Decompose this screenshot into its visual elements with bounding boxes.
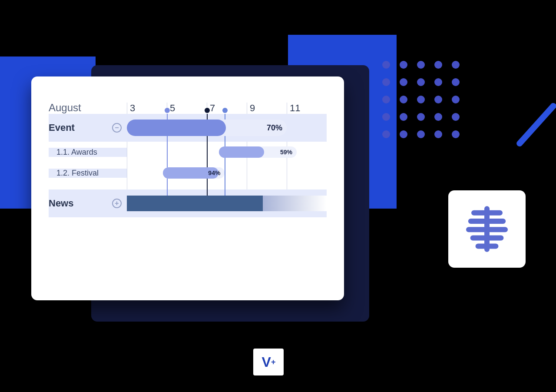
plus-icon: + [271, 358, 275, 367]
date-tick: 3 [127, 103, 167, 114]
vplus-text: V [262, 354, 271, 370]
svg-rect-4 [470, 235, 504, 240]
progress-label: 70% [267, 123, 282, 133]
date-tick: 5 [167, 103, 207, 114]
svg-rect-5 [476, 244, 499, 249]
spine-icon [461, 203, 513, 255]
progress-label: 94% [208, 169, 220, 176]
expand-icon[interactable]: + [112, 199, 122, 208]
gantt-body: Event − 70% 1.1. Awards [49, 114, 327, 217]
gantt-row-event[interactable]: Event − 70% [49, 114, 327, 142]
gantt-month-label: August [49, 102, 127, 114]
gantt-bar-news[interactable] [127, 196, 327, 211]
svg-rect-1 [471, 210, 503, 216]
decor-dot-grid [382, 61, 460, 138]
date-tick: 7 [207, 103, 247, 114]
gantt-bar-awards[interactable]: 59% [219, 146, 297, 158]
row-label: 1.2. Festival [56, 169, 99, 178]
progress-label: 59% [280, 149, 292, 156]
gantt-row-awards[interactable]: 1.1. Awards 59% [49, 142, 327, 163]
svg-rect-3 [466, 227, 508, 232]
gantt-chart: August 3 5 7 9 11 Event − [49, 94, 327, 217]
gantt-card: August 3 5 7 9 11 Event − [31, 76, 344, 300]
collapse-icon[interactable]: − [112, 123, 122, 133]
gantt-row-news[interactable]: News + [49, 189, 327, 217]
decor-accent-line [515, 102, 556, 148]
gantt-bar-event[interactable]: 70% [127, 120, 287, 136]
svg-rect-2 [468, 219, 506, 224]
date-tick: 11 [287, 103, 327, 114]
vplus-badge[interactable]: V+ [253, 349, 284, 375]
gantt-bar-festival[interactable]: 94% [163, 167, 225, 179]
date-tick: 9 [247, 103, 287, 114]
row-label: 1.1. Awards [56, 148, 97, 157]
row-label: News [49, 198, 73, 209]
gantt-spacer [49, 183, 327, 189]
spine-icon-card[interactable] [448, 190, 526, 268]
row-label: Event [49, 122, 75, 133]
gantt-date-axis: 3 5 7 9 11 [127, 103, 327, 114]
gantt-row-festival[interactable]: 1.2. Festival 94% [49, 163, 327, 183]
gantt-header: August 3 5 7 9 11 [49, 94, 327, 114]
